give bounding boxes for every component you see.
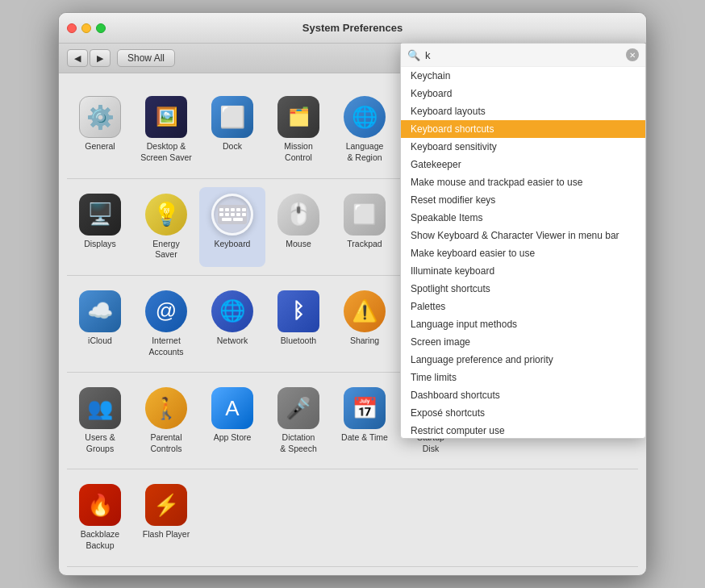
pref-item-parental[interactable]: 🚶 ParentalControls [133,381,199,461]
key [225,213,229,216]
pref-item-flash[interactable]: ⚡ Flash Player [133,477,199,557]
maximize-button[interactable] [96,23,106,33]
dropdown-item-dashboard[interactable]: Dashboard shortcuts [401,386,645,404]
pref-item-energy[interactable]: 💡 EnergySaver [133,187,199,267]
pref-item-language[interactable]: 🌐 Language& Region [332,90,398,169]
network-label: Network [217,336,248,347]
dictation-icon: 🎤 [277,387,319,429]
mission-icon: 🗂️ [277,96,319,138]
dock-icon: ⬜ [211,96,253,138]
dropdown-search-bar: 🔍 k ✕ [401,44,645,67]
dropdown-item-screen-image[interactable]: Screen image [401,333,645,351]
dropdown-item-time-limits[interactable]: Time limits [401,369,645,386]
sharing-label: Sharing [350,336,379,347]
pref-item-sharing[interactable]: ⚠️ Sharing [332,284,398,364]
key [231,213,235,216]
dropdown-item-keyboard-easier[interactable]: Make keyboard easier to use [401,244,645,262]
icloud-label: iCloud [88,336,112,347]
minimize-button[interactable] [81,23,91,33]
dictation-label: Dictation& Speech [280,432,317,454]
show-all-button[interactable]: Show All [117,49,175,67]
pref-item-dock[interactable]: ⬜ Dock [199,90,265,169]
key [231,208,235,211]
datetime-icon: 📅 [344,387,386,429]
close-button[interactable] [67,23,77,33]
dropdown-item-show-keyboard-viewer[interactable]: Show Keyboard & Character Viewer in menu… [401,227,645,244]
dropdown-items-list: Keychain Keyboard Keyboard layouts Keybo… [401,67,645,438]
keyboard-row-3 [222,218,243,221]
forward-button[interactable]: ▶ [90,49,111,67]
key [242,208,246,211]
pref-item-internet[interactable]: @ InternetAccounts [133,284,199,364]
pref-item-bluetooth[interactable]: ᛒ Bluetooth [265,284,332,364]
dropdown-item-restrict[interactable]: Restrict computer use [401,422,645,438]
key-space [222,218,232,221]
dropdown-item-keyboard-layouts[interactable]: Keyboard layouts [401,102,645,120]
dropdown-item-speakable[interactable]: Speakable Items [401,209,645,227]
section-other: 🔥 BackblazeBackup ⚡ Flash Player [67,469,638,566]
appstore-label: App Store [214,432,252,444]
key [219,208,223,211]
dropdown-item-keyboard-sensitivity[interactable]: Keyboard sensitivity [401,138,645,156]
pref-item-backblaze[interactable]: 🔥 BackblazeBackup [67,477,133,557]
general-label: General [85,141,115,152]
dropdown-item-reset-modifier[interactable]: Reset modifier keys [401,191,645,209]
keyboard-label: Keyboard [215,239,251,250]
pref-item-mission[interactable]: 🗂️ MissionControl [265,90,332,169]
dock-label: Dock [223,141,242,152]
pref-item-mouse[interactable]: 🖱️ Mouse [265,187,332,267]
keyboard-row-1 [219,208,246,211]
energy-icon: 💡 [145,194,187,236]
dropdown-item-keyboard[interactable]: Keyboard [401,85,645,102]
pref-item-users[interactable]: 👥 Users &Groups [67,381,133,461]
displays-icon: 🖥️ [79,194,121,236]
dropdown-item-language-priority[interactable]: Language preference and priority [401,351,645,369]
trackpad-icon: ⬜ [344,194,386,236]
dropdown-item-palettes[interactable]: Palettes [401,298,645,315]
mission-label: MissionControl [284,141,313,163]
nav-buttons: ◀ ▶ [67,49,111,67]
desktop-icon: 🖼️ [145,96,187,138]
dropdown-item-keyboard-shortcuts[interactable]: Keyboard shortcuts [401,120,645,138]
flash-label: Flash Player [143,529,190,540]
key-space [233,218,243,221]
bluetooth-label: Bluetooth [281,336,316,347]
displays-label: Displays [84,239,116,250]
mouse-icon: 🖱️ [277,194,319,236]
dropdown-item-illuminate[interactable]: Illuminate keyboard [401,262,645,280]
backblaze-icon: 🔥 [79,484,121,526]
internet-icon: @ [145,290,187,332]
datetime-label: Date & Time [341,432,388,444]
pref-item-keyboard[interactable]: Keyboard [199,187,265,267]
pref-item-displays[interactable]: 🖥️ Displays [67,187,133,267]
network-icon: 🌐 [211,290,253,332]
sharing-icon: ⚠️ [344,290,386,332]
dropdown-item-keychain[interactable]: Keychain [401,67,645,85]
pref-item-datetime[interactable]: 📅 Date & Time [332,381,398,461]
keyboard-row-2 [219,213,246,216]
parental-label: ParentalControls [150,432,181,454]
key [242,213,246,216]
search-dropdown: 🔍 k ✕ Keychain Keyboard Keyboard layouts… [400,43,646,439]
pref-item-dictation[interactable]: 🎤 Dictation& Speech [265,381,332,461]
dropdown-item-mouse-trackpad[interactable]: Make mouse and trackpad easier to use [401,173,645,191]
desktop-label: Desktop &Screen Saver [140,141,192,163]
pref-item-desktop[interactable]: 🖼️ Desktop &Screen Saver [133,90,199,169]
pref-item-network[interactable]: 🌐 Network [199,284,265,364]
users-icon: 👥 [79,387,121,429]
dropdown-item-gatekeeper[interactable]: Gatekeeper [401,156,645,173]
parental-icon: 🚶 [145,387,187,429]
pref-item-icloud[interactable]: ☁️ iCloud [67,284,133,364]
back-button[interactable]: ◀ [67,49,88,67]
pref-item-appstore[interactable]: A App Store [199,381,265,461]
energy-label: EnergySaver [152,239,179,261]
key [236,213,240,216]
dropdown-item-expose[interactable]: Exposé shortcuts [401,404,645,422]
pref-item-trackpad[interactable]: ⬜ Trackpad [332,187,398,267]
internet-label: InternetAccounts [148,336,183,357]
dropdown-clear-button[interactable]: ✕ [626,48,639,61]
general-icon: ⚙️ [79,96,121,138]
pref-item-general[interactable]: ⚙️ General [67,90,133,169]
dropdown-item-language-input[interactable]: Language input methods [401,315,645,333]
dropdown-item-spotlight[interactable]: Spotlight shortcuts [401,280,645,298]
